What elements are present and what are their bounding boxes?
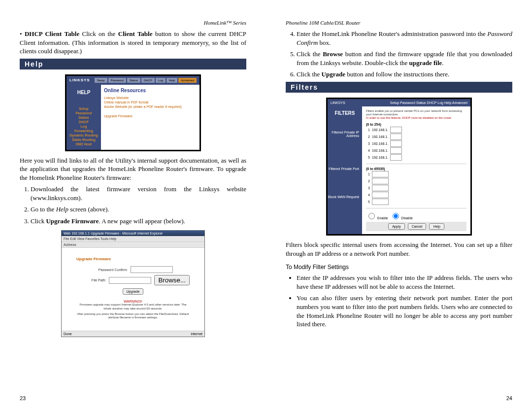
two-page-spread: HomeLink™ Series • DHCP Client Table Cli… — [0, 0, 532, 411]
filters-heading-bar: Filters — [286, 82, 512, 93]
step-6: Click the Upgrade button and follow the … — [297, 70, 512, 79]
port-filter-input[interactable] — [372, 199, 389, 205]
tab-dhcp[interactable]: DHCP — [141, 78, 155, 83]
filters-screenshot: LINKSYS Setup Password Status DHCP Log H… — [326, 98, 472, 236]
ip-filter-input[interactable] — [390, 127, 402, 133]
online-resources-title: Online Resources — [104, 88, 197, 93]
browser-titlebar: Web 192.168.1.1 Upgrade Firmware - Micro… — [62, 231, 204, 236]
router-brand: LINKSYS — [69, 78, 90, 82]
step-5: Click the Browse button and find the fir… — [297, 50, 512, 67]
filters-label: FILTERS — [328, 110, 362, 116]
filtered-ip-label: Filtered Private IP Address — [328, 131, 362, 137]
help-description: Here you will find links to all of the U… — [20, 156, 246, 182]
apply-button[interactable]: Apply — [388, 223, 405, 230]
sidelink[interactable]: DMZ Host — [68, 142, 99, 146]
warning-text-1: Firmware upgrade may support Internet Ex… — [76, 303, 190, 310]
tab-status[interactable]: Status — [416, 101, 426, 104]
warning-text-2: After pressing you press the Browse butt… — [76, 312, 190, 319]
tab-advanced[interactable]: Advanced — [452, 101, 467, 104]
filters-desc-1: Filters enable you to prevent certain PC… — [366, 109, 462, 116]
status-zone: Internet — [191, 332, 202, 336]
page-number-right: 24 — [506, 395, 512, 401]
port-filter-input[interactable] — [372, 171, 389, 177]
filters-left-column: FILTERS Filtered Private IP Address Filt… — [328, 106, 362, 235]
online-resource-link[interactable]: Online manual in PDF format — [104, 101, 197, 104]
sidelink[interactable]: Dynamic Routing — [68, 134, 99, 137]
sidelink[interactable]: Static Routing — [68, 138, 99, 141]
port-range-header: (0 to 65535) — [366, 167, 466, 171]
browse-button[interactable]: Browse... — [154, 275, 190, 285]
tab-help[interactable]: Help — [444, 101, 451, 104]
online-resource-link[interactable]: Linksys Website — [104, 96, 197, 100]
online-resource-link[interactable]: Adobe Website (to obtain a PDF reader if… — [104, 105, 197, 108]
dhcp-client-bullet: • DHCP Client Table Click on the Client … — [20, 30, 246, 56]
page-left: HomeLink™ Series • DHCP Client Table Cli… — [0, 0, 266, 411]
firmware-steps-continued: Enter the HomeLink Phoneline Router's ad… — [297, 30, 512, 79]
help-label: HELP — [66, 90, 101, 95]
block-wan-disable-radio[interactable] — [393, 213, 399, 219]
ip-filter-input[interactable] — [390, 147, 402, 154]
tab-log[interactable]: Log — [437, 101, 443, 104]
page-header-right: Phoneline 10M Cable/DSL Router — [286, 20, 512, 26]
ip-filter-input[interactable] — [390, 134, 402, 140]
firmware-steps: Downloaded the latest firmware version f… — [31, 185, 246, 225]
router-tabbar: Setup Password Status DHCP Log Help Adva… — [390, 101, 467, 104]
tab-advanced[interactable]: Advanced — [178, 78, 197, 83]
step-1: Downloaded the latest firmware version f… — [31, 185, 246, 202]
sidelink[interactable]: Forwarding — [68, 129, 99, 133]
upgrade-button[interactable]: Upgrade — [123, 288, 144, 295]
help-left-column: HELP Setup Password Status DHCP Log Forw… — [66, 85, 101, 150]
tab-setup[interactable]: Setup — [390, 101, 399, 104]
modify-filter-subhead: To Modify Filter Settings — [286, 264, 512, 271]
page-header-left: HomeLink™ Series — [20, 20, 246, 26]
sidelink[interactable]: Setup — [68, 107, 99, 110]
filters-desc-2: In order to use this feature, DHCP must … — [366, 116, 452, 119]
step-2: Go to the Help screen (above). — [31, 205, 246, 214]
step-3: Click Upgrade Firmware. A new page will … — [31, 217, 246, 226]
status-done: Done — [64, 332, 72, 336]
filter-bullets: Enter the IP addresses you wish to filte… — [297, 274, 512, 328]
page-right: Phoneline 10M Cable/DSL Router Enter the… — [266, 0, 532, 411]
tab-setup[interactable]: Setup — [95, 78, 107, 83]
tab-password[interactable]: Password — [400, 101, 415, 104]
cancel-button[interactable]: Cancel — [408, 223, 427, 230]
browser-addressbar[interactable]: Address — [62, 241, 204, 248]
router-brand: LINKSYS — [331, 101, 345, 104]
file-path-label: File Path: — [76, 278, 106, 282]
filters-description: Filters block specific internal users fr… — [286, 240, 512, 258]
upgrade-firmware-link[interactable]: Upgrade Firmware — [104, 114, 197, 118]
sidelink[interactable]: Password — [68, 111, 99, 115]
ip-range-header: (0 to 254) — [366, 123, 466, 126]
page-number-left: 23 — [20, 395, 26, 401]
step-4: Enter the HomeLink Phoneline Router's ad… — [297, 30, 512, 47]
help-screenshot: LINKSYS Setup Password Status DHCP Log H… — [65, 74, 201, 151]
browser-menubar[interactable]: File Edit View Favorites Tools Help — [62, 236, 204, 241]
block-wan-label: Block WAN Request — [328, 195, 362, 199]
tab-dhcp[interactable]: DHCP — [427, 101, 437, 104]
file-path-input[interactable] — [109, 277, 151, 284]
warning-heading: WARNING!! — [76, 300, 190, 303]
tab-password[interactable]: Password — [108, 78, 126, 83]
port-filter-input[interactable] — [372, 178, 389, 184]
router-tabbar: Setup Password Status DHCP Log Help Adva… — [95, 78, 197, 83]
sidelink[interactable]: Log — [68, 125, 99, 128]
sidelink[interactable]: Status — [68, 116, 99, 119]
ip-filter-input[interactable] — [390, 140, 402, 147]
port-filter-input[interactable] — [372, 192, 389, 198]
help-button[interactable]: Help — [429, 223, 444, 230]
tab-help[interactable]: Help — [166, 78, 177, 83]
upgrade-firmware-screenshot: Web 192.168.1.1 Upgrade Firmware - Micro… — [61, 230, 205, 337]
block-wan-enable-radio[interactable] — [368, 213, 375, 219]
port-filter-input[interactable] — [372, 185, 389, 191]
password-confirm-label: Password Confirm: — [93, 268, 128, 272]
filtered-port-label: Filtered Private Port — [328, 167, 362, 171]
help-heading-bar: Help — [20, 59, 246, 69]
tab-log[interactable]: Log — [156, 78, 166, 83]
ip-filter-input[interactable] — [390, 154, 402, 161]
password-confirm-input[interactable] — [131, 266, 173, 273]
tab-status[interactable]: Status — [127, 78, 140, 83]
filter-bullet-1: Enter the IP addresses you wish to filte… — [297, 274, 512, 291]
upgrade-firmware-title: Upgrade Firmware — [76, 257, 190, 261]
sidelink[interactable]: DHCP — [68, 120, 99, 124]
filter-bullet-2: You can also filter users by entering th… — [297, 294, 512, 328]
